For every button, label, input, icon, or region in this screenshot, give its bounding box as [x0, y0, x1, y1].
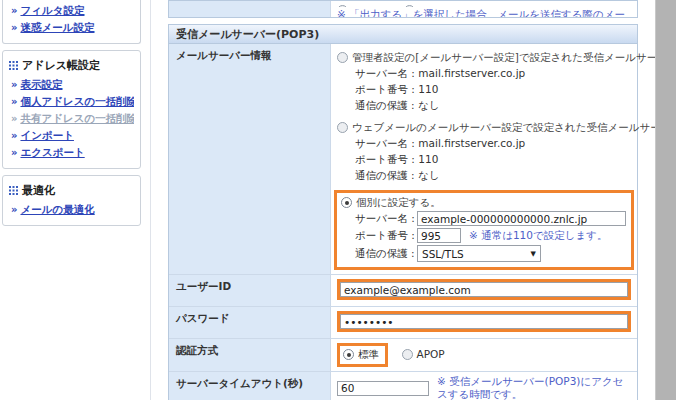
option-custom-server-highlighted: 個別に設定する。 サーバー名 : ポート番号 : ※ 通常は110で設定します。 [334, 190, 634, 270]
sidebar-box-optimize: 最適化 »メールの最適化 [2, 175, 141, 226]
password-label: パスワード [169, 307, 331, 338]
webmail-security-value: なし [418, 169, 440, 181]
sidebar: »フィルタ設定 »迷惑メール設定 アドレス帳設定 »表示設定 [2, 0, 141, 232]
sidebar-item-import[interactable]: »インポート [9, 127, 134, 144]
user-id-content [331, 275, 637, 306]
password-input[interactable] [340, 314, 628, 329]
auth-apop-label: APOP [417, 348, 445, 360]
auth-standard-radio[interactable] [343, 349, 354, 360]
link-arrow-icon: » [11, 204, 17, 215]
sidebar-item-shared-address-bulk-delete: »共有アドレスの一括削除 [9, 110, 134, 127]
sidebar-link-filter-settings[interactable]: フィルタ設定 [20, 4, 84, 16]
admin-server-radio-label: 管理者設定の[メールサーバー設定]で設定された受信メールサーバー(POP3)を使… [352, 51, 676, 63]
mail-server-info-label: メールサーバー情報 [169, 44, 331, 274]
custom-server-radio-label: 個別に設定する。 [356, 196, 441, 208]
sidebar-section-optimize: 最適化 [9, 181, 134, 201]
password-content [331, 307, 637, 338]
port-label: ポート番号 : [355, 81, 415, 97]
sidebar-item-export[interactable]: »エクスポート [9, 144, 134, 161]
server-name-label: サーバー名 : [355, 135, 415, 151]
grid-icon [9, 61, 18, 70]
password-row: パスワード [169, 307, 637, 339]
pop3-section-header: 受信メールサーバー(POP3) [169, 25, 637, 44]
main-content: ※ 「出力する」を選択した場合、メールを送信する際のメールサーバーとの通信ログを… [168, 0, 638, 400]
link-arrow-icon: » [11, 113, 17, 124]
port-label: ポート番号 : [355, 229, 417, 243]
log-output-note: ※ 「出力する」を選択した場合、メールを送信する際のメールサーバーとの通信ログを… [337, 8, 631, 18]
admin-server-name-value: mail.firstserver.co.jp [418, 67, 525, 79]
auth-method-content: 標準 APOP [331, 340, 637, 371]
admin-server-radio[interactable] [337, 52, 348, 63]
security-label: 通信の保護 : [355, 247, 417, 261]
chevron-down-icon: ▼ [531, 250, 536, 258]
link-arrow-icon: » [11, 96, 17, 107]
webmail-server-name-value: mail.firstserver.co.jp [418, 137, 525, 149]
option-admin-server: 管理者設定の[メールサーバー設定]で設定された受信メールサーバー(POP3)を使… [337, 50, 631, 113]
sidebar-section-title: 最適化 [22, 183, 55, 198]
webmail-port-value: 110 [418, 153, 438, 165]
auth-apop-radio[interactable] [402, 349, 413, 360]
custom-server-radio[interactable] [341, 197, 352, 208]
sidebar-box-addressbook: アドレス帳設定 »表示設定 »個人アドレスの一括削除 »共有アドレスの一括削除 … [2, 50, 141, 169]
sidebar-section-title: アドレス帳設定 [22, 58, 100, 73]
sidebar-divider [150, 0, 151, 400]
sidebar-item-spam-settings[interactable]: »迷惑メール設定 [9, 19, 134, 36]
sidebar-link-import[interactable]: インポート [20, 129, 73, 141]
grid-icon [9, 186, 18, 195]
user-id-label: ユーザーID [169, 275, 331, 306]
sidebar-link-export[interactable]: エクスポート [20, 146, 84, 158]
security-label: 通信の保護 : [355, 97, 415, 113]
timeout-row: サーバータイムアウト(秒) ※ 受信メールサーバー(POP3)にアクセスする時間… [169, 372, 637, 400]
server-name-label: サーバー名 : [355, 212, 417, 226]
sidebar-link-shared-address-bulk-delete: 共有アドレスの一括削除 [20, 112, 134, 124]
radio-button[interactable] [337, 5, 348, 7]
radio-button[interactable] [404, 5, 415, 7]
sidebar-link-spam-settings[interactable]: 迷惑メール設定 [20, 21, 94, 33]
custom-port-input[interactable] [417, 228, 461, 243]
security-label: 通信の保護 : [355, 167, 415, 183]
option-webmail-server: ウェブメールのメールサーバー設定で設定された受信メールサーバー(POP3)を使用… [337, 120, 631, 183]
custom-server-name-input[interactable] [417, 211, 626, 226]
sidebar-item-personal-address-bulk-delete[interactable]: »個人アドレスの一括削除 [9, 93, 134, 110]
timeout-input[interactable] [337, 381, 429, 396]
password-highlight [337, 311, 631, 332]
link-arrow-icon: » [11, 130, 17, 141]
sidebar-box-general: »フィルタ設定 »迷惑メール設定 [2, 0, 141, 44]
sidebar-item-mail-optimize[interactable]: »メールの最適化 [9, 201, 134, 218]
link-arrow-icon: » [11, 22, 17, 33]
log-output-row-cutoff: ※ 「出力する」を選択した場合、メールを送信する際のメールサーバーとの通信ログを… [168, 0, 638, 18]
security-select[interactable]: SSL/TLS ▼ [417, 245, 541, 262]
webmail-server-radio-label: ウェブメールのメールサーバー設定で設定された受信メールサーバー(POP3)を使用… [352, 121, 676, 133]
timeout-note: ※ 受信メールサーバー(POP3)にアクセスする時間です。 [437, 375, 631, 400]
auth-standard-highlight: 標準 [337, 343, 388, 367]
auth-standard-label: 標準 [358, 348, 379, 360]
clipped-radio-options [337, 4, 631, 7]
pop3-settings-table: 受信メールサーバー(POP3) メールサーバー情報 管理者設定の[メールサーバー… [168, 24, 638, 400]
log-output-label-cell [169, 1, 331, 18]
link-arrow-icon: » [11, 147, 17, 158]
link-arrow-icon: » [11, 79, 17, 90]
auth-method-label: 認証方式 [169, 339, 331, 371]
sidebar-link-display-settings[interactable]: 表示設定 [20, 78, 62, 90]
port-note: ※ 通常は110で設定します。 [469, 229, 607, 242]
mail-server-info-content: 管理者設定の[メールサーバー設定]で設定された受信メールサーバー(POP3)を使… [331, 44, 637, 274]
timeout-label: サーバータイムアウト(秒) [169, 372, 331, 400]
port-label: ポート番号 : [355, 151, 415, 167]
page-edge-strip [655, 0, 676, 400]
log-output-content-cell: ※ 「出力する」を選択した場合、メールを送信する際のメールサーバーとの通信ログを… [331, 1, 637, 18]
auth-method-row: 認証方式 標準 APOP [169, 339, 637, 372]
security-select-value: SSL/TLS [422, 248, 464, 260]
user-id-highlight [337, 279, 631, 300]
sidebar-link-personal-address-bulk-delete[interactable]: 個人アドレスの一括削除 [20, 95, 134, 107]
timeout-content: ※ 受信メールサーバー(POP3)にアクセスする時間です。 [331, 372, 637, 400]
sidebar-item-display-settings[interactable]: »表示設定 [9, 76, 134, 93]
webmail-server-radio[interactable] [337, 122, 348, 133]
sidebar-item-filter-settings[interactable]: »フィルタ設定 [9, 2, 134, 19]
user-id-row: ユーザーID [169, 275, 637, 307]
page: »フィルタ設定 »迷惑メール設定 アドレス帳設定 »表示設定 [0, 0, 676, 400]
link-arrow-icon: » [11, 5, 17, 16]
mail-server-info-row: メールサーバー情報 管理者設定の[メールサーバー設定]で設定された受信メールサー… [169, 44, 637, 275]
admin-port-value: 110 [418, 83, 438, 95]
user-id-input[interactable] [340, 282, 628, 297]
sidebar-link-mail-optimize[interactable]: メールの最適化 [20, 203, 94, 215]
